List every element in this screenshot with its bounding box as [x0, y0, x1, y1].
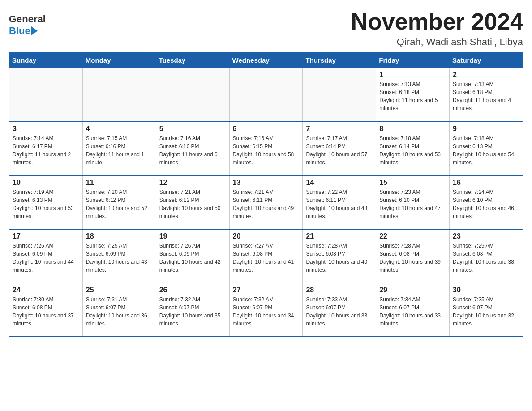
day-number: 26: [159, 286, 226, 294]
calendar-cell: 28Sunrise: 7:33 AMSunset: 6:07 PMDayligh…: [303, 283, 376, 337]
day-number: 15: [379, 179, 446, 187]
day-number: 7: [306, 125, 373, 133]
calendar-cell: 4Sunrise: 7:15 AMSunset: 6:16 PMDaylight…: [82, 122, 156, 176]
day-number: 19: [159, 232, 226, 240]
day-number: 9: [453, 125, 519, 133]
day-info: Sunrise: 7:21 AMSunset: 6:12 PMDaylight:…: [159, 188, 226, 220]
day-info: Sunrise: 7:17 AMSunset: 6:14 PMDaylight:…: [306, 134, 373, 167]
calendar-cell: 15Sunrise: 7:23 AMSunset: 6:10 PMDayligh…: [376, 176, 450, 229]
day-info: Sunrise: 7:13 AMSunset: 6:18 PMDaylight:…: [379, 80, 446, 112]
calendar-cell: 11Sunrise: 7:20 AMSunset: 6:12 PMDayligh…: [82, 176, 156, 229]
day-number: 25: [86, 286, 153, 294]
day-number: 30: [453, 286, 519, 294]
day-number: 11: [86, 179, 153, 187]
weekday-header-monday: Monday: [82, 53, 156, 68]
day-info: Sunrise: 7:26 AMSunset: 6:09 PMDaylight:…: [159, 242, 226, 274]
day-info: Sunrise: 7:21 AMSunset: 6:11 PMDaylight:…: [233, 188, 300, 220]
day-info: Sunrise: 7:28 AMSunset: 6:08 PMDaylight:…: [306, 242, 373, 274]
calendar-cell: 2Sunrise: 7:13 AMSunset: 6:18 PMDaylight…: [450, 68, 523, 122]
calendar-cell: 8Sunrise: 7:18 AMSunset: 6:14 PMDaylight…: [376, 122, 450, 176]
calendar-week-1: 1Sunrise: 7:13 AMSunset: 6:18 PMDaylight…: [9, 68, 523, 122]
calendar-cell: 30Sunrise: 7:35 AMSunset: 6:07 PMDayligh…: [450, 283, 523, 337]
day-number: 28: [306, 286, 373, 294]
calendar-table: SundayMondayTuesdayWednesdayThursdayFrid…: [9, 52, 523, 337]
day-info: Sunrise: 7:35 AMSunset: 6:07 PMDaylight:…: [453, 295, 519, 328]
day-number: 5: [159, 125, 226, 133]
logo: General Blue: [9, 9, 46, 37]
logo-blue-row: Blue: [9, 25, 38, 37]
day-info: Sunrise: 7:18 AMSunset: 6:14 PMDaylight:…: [379, 134, 446, 167]
day-info: Sunrise: 7:23 AMSunset: 6:10 PMDaylight:…: [379, 188, 446, 220]
day-info: Sunrise: 7:22 AMSunset: 6:11 PMDaylight:…: [306, 188, 373, 220]
calendar-cell: [9, 68, 83, 122]
day-number: 23: [453, 232, 519, 240]
day-info: Sunrise: 7:31 AMSunset: 6:07 PMDaylight:…: [86, 295, 153, 328]
day-number: 29: [379, 286, 446, 294]
day-number: 13: [233, 179, 300, 187]
calendar-cell: [303, 68, 376, 122]
day-number: 16: [453, 179, 519, 187]
day-number: 17: [13, 232, 79, 240]
day-info: Sunrise: 7:32 AMSunset: 6:07 PMDaylight:…: [233, 295, 300, 328]
day-number: 8: [379, 125, 446, 133]
day-number: 3: [13, 125, 79, 133]
weekday-header-tuesday: Tuesday: [156, 53, 229, 68]
day-number: 12: [159, 179, 226, 187]
calendar-cell: 14Sunrise: 7:22 AMSunset: 6:11 PMDayligh…: [303, 176, 376, 229]
calendar-cell: 26Sunrise: 7:32 AMSunset: 6:07 PMDayligh…: [156, 283, 229, 337]
location-title: Qirah, Wadi ash Shati', Libya: [351, 36, 523, 48]
calendar-cell: 9Sunrise: 7:18 AMSunset: 6:13 PMDaylight…: [450, 122, 523, 176]
day-number: 20: [233, 232, 300, 240]
day-info: Sunrise: 7:18 AMSunset: 6:13 PMDaylight:…: [453, 134, 519, 167]
day-number: 4: [86, 125, 153, 133]
day-info: Sunrise: 7:25 AMSunset: 6:09 PMDaylight:…: [86, 242, 153, 274]
calendar-cell: 18Sunrise: 7:25 AMSunset: 6:09 PMDayligh…: [82, 229, 156, 283]
day-number: 6: [233, 125, 300, 133]
day-info: Sunrise: 7:15 AMSunset: 6:16 PMDaylight:…: [86, 134, 153, 167]
day-info: Sunrise: 7:30 AMSunset: 6:08 PMDaylight:…: [13, 295, 79, 328]
weekday-header-wednesday: Wednesday: [229, 53, 303, 68]
calendar-cell: 6Sunrise: 7:16 AMSunset: 6:15 PMDaylight…: [229, 122, 303, 176]
weekday-header-thursday: Thursday: [303, 53, 376, 68]
logo-blue-text: Blue: [9, 25, 30, 37]
calendar-cell: 12Sunrise: 7:21 AMSunset: 6:12 PMDayligh…: [156, 176, 229, 229]
weekday-header-friday: Friday: [376, 53, 450, 68]
day-number: 22: [379, 232, 446, 240]
day-number: 21: [306, 232, 373, 240]
title-area: November 2024 Qirah, Wadi ash Shati', Li…: [351, 9, 523, 48]
calendar-week-4: 17Sunrise: 7:25 AMSunset: 6:09 PMDayligh…: [9, 229, 523, 283]
day-number: 10: [13, 179, 79, 187]
day-number: 27: [233, 286, 300, 294]
calendar-cell: 17Sunrise: 7:25 AMSunset: 6:09 PMDayligh…: [9, 229, 83, 283]
day-info: Sunrise: 7:16 AMSunset: 6:15 PMDaylight:…: [233, 134, 300, 167]
day-info: Sunrise: 7:19 AMSunset: 6:13 PMDaylight:…: [13, 188, 79, 220]
day-info: Sunrise: 7:20 AMSunset: 6:12 PMDaylight:…: [86, 188, 153, 220]
calendar-cell: 16Sunrise: 7:24 AMSunset: 6:10 PMDayligh…: [450, 176, 523, 229]
calendar-cell: 22Sunrise: 7:28 AMSunset: 6:08 PMDayligh…: [376, 229, 450, 283]
day-number: 24: [13, 286, 79, 294]
logo-triangle-icon: [31, 26, 38, 35]
day-number: 18: [86, 232, 153, 240]
calendar-week-2: 3Sunrise: 7:14 AMSunset: 6:17 PMDaylight…: [9, 122, 523, 176]
calendar-week-5: 24Sunrise: 7:30 AMSunset: 6:08 PMDayligh…: [9, 283, 523, 337]
calendar-cell: 5Sunrise: 7:16 AMSunset: 6:16 PMDaylight…: [156, 122, 229, 176]
logo-general-text: General: [9, 13, 46, 25]
calendar-week-3: 10Sunrise: 7:19 AMSunset: 6:13 PMDayligh…: [9, 176, 523, 229]
calendar-cell: 3Sunrise: 7:14 AMSunset: 6:17 PMDaylight…: [9, 122, 83, 176]
day-info: Sunrise: 7:29 AMSunset: 6:08 PMDaylight:…: [453, 242, 519, 274]
day-info: Sunrise: 7:24 AMSunset: 6:10 PMDaylight:…: [453, 188, 519, 220]
day-info: Sunrise: 7:25 AMSunset: 6:09 PMDaylight:…: [13, 242, 79, 274]
day-info: Sunrise: 7:32 AMSunset: 6:07 PMDaylight:…: [159, 295, 226, 328]
calendar-cell: 13Sunrise: 7:21 AMSunset: 6:11 PMDayligh…: [229, 176, 303, 229]
calendar-header: SundayMondayTuesdayWednesdayThursdayFrid…: [9, 53, 523, 68]
weekday-header-saturday: Saturday: [450, 53, 523, 68]
weekday-header-row: SundayMondayTuesdayWednesdayThursdayFrid…: [9, 53, 523, 68]
day-info: Sunrise: 7:33 AMSunset: 6:07 PMDaylight:…: [306, 295, 373, 328]
day-number: 14: [306, 179, 373, 187]
calendar-cell: [229, 68, 303, 122]
day-info: Sunrise: 7:27 AMSunset: 6:08 PMDaylight:…: [233, 242, 300, 274]
day-info: Sunrise: 7:13 AMSunset: 6:18 PMDaylight:…: [453, 80, 519, 112]
calendar-cell: [82, 68, 156, 122]
calendar-cell: 1Sunrise: 7:13 AMSunset: 6:18 PMDaylight…: [376, 68, 450, 122]
day-number: 2: [453, 71, 519, 79]
